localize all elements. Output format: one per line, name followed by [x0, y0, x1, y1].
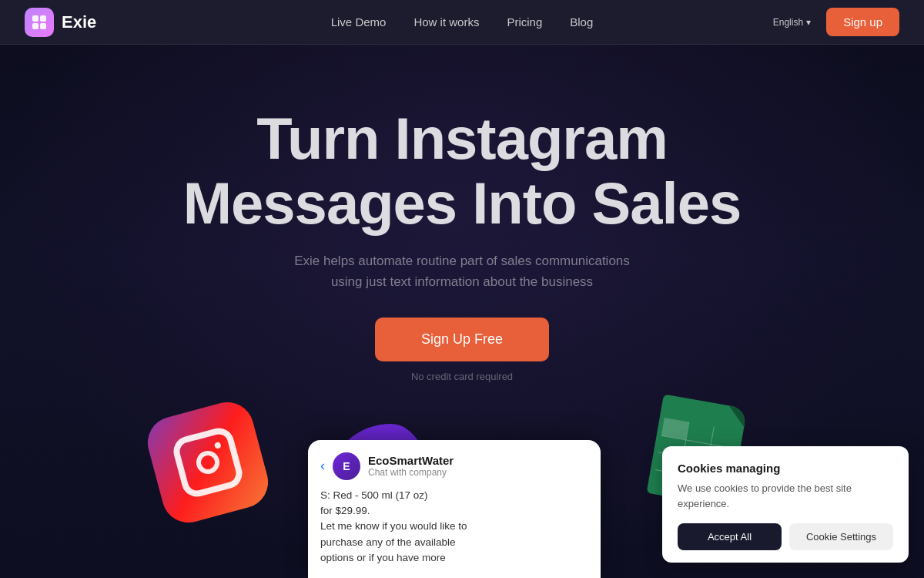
language-selector[interactable]: English ▾: [773, 17, 811, 28]
nav-live-demo[interactable]: Live Demo: [331, 15, 387, 29]
cookie-settings-button[interactable]: Cookie Settings: [789, 523, 893, 550]
chat-card: ‹ E EcoSmartWater Chat with company S: R…: [308, 440, 601, 578]
logo[interactable]: Exie: [25, 8, 96, 37]
chat-info: EcoSmartWater Chat with company: [368, 454, 454, 478]
navbar: Exie Live Demo How it works Pricing Blog…: [0, 0, 924, 45]
cookie-title: Cookies managing: [678, 462, 893, 475]
nav-how-it-works[interactable]: How it works: [413, 15, 479, 29]
cta-signup-button[interactable]: Sign Up Free: [375, 318, 549, 361]
svg-rect-0: [32, 15, 38, 22]
hero-title: Turn Instagram Messages Into Sales: [183, 106, 741, 235]
nav-links: Live Demo How it works Pricing Blog: [331, 15, 594, 29]
chat-status: Chat with company: [368, 467, 454, 478]
cookie-banner: Cookies managing We use cookies to provi…: [662, 446, 909, 563]
dropdown-icon: ▾: [806, 17, 811, 28]
nav-blog[interactable]: Blog: [570, 15, 593, 29]
cookie-text: We use cookies to provide the best site …: [678, 481, 893, 511]
svg-rect-2: [32, 23, 38, 29]
nav-right: English ▾ Sign up: [773, 8, 899, 36]
nav-pricing[interactable]: Pricing: [507, 15, 542, 29]
svg-rect-3: [40, 23, 46, 29]
hero-subtitle: Exie helps automate routine part of sale…: [183, 250, 741, 292]
cookie-buttons: Accept All Cookie Settings: [678, 523, 893, 550]
chat-back-button[interactable]: ‹: [320, 458, 325, 474]
cookie-accept-button[interactable]: Accept All: [678, 523, 782, 550]
chat-company-name: EcoSmartWater: [368, 454, 454, 467]
chat-message: S: Red - 500 ml (17 oz) for $29.99. Let …: [320, 488, 588, 566]
chat-avatar: E: [333, 452, 360, 480]
logo-icon: [25, 8, 54, 37]
hero-content: Turn Instagram Messages Into Sales Exie …: [183, 45, 741, 382]
language-label: English: [773, 17, 803, 28]
signup-button[interactable]: Sign up: [826, 8, 899, 36]
instagram-icon: [154, 408, 262, 516]
svg-rect-1: [40, 15, 46, 22]
no-cc-text: No credit card required: [183, 371, 741, 382]
logo-text: Exie: [62, 12, 96, 32]
chat-header: ‹ E EcoSmartWater Chat with company: [320, 452, 588, 480]
